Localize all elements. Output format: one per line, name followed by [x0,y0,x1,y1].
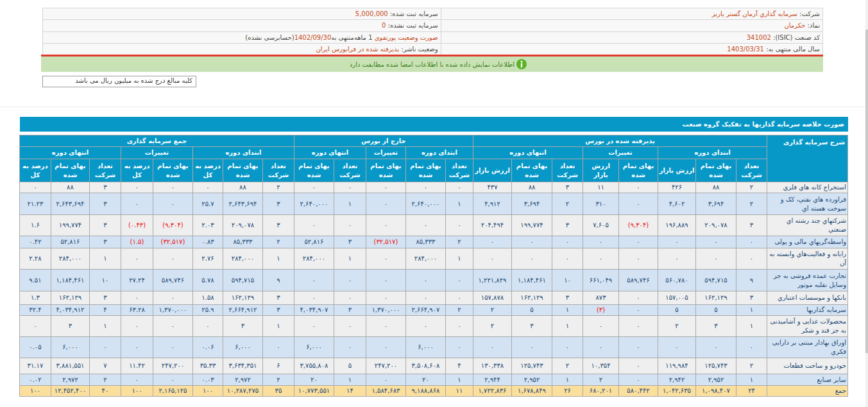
value-cell: ۳ [51,316,89,337]
value-cell: ۲۶ [552,386,583,397]
value-cell: ۰ [121,193,153,215]
col-period-header: ابتدای دوره [192,147,294,159]
value-cell: ۳,۶۹۴ [696,193,736,215]
industry-row: تجارت عمده فروشی به جز وسایل نقلیه موتور… [19,270,847,291]
value-cell: ۰ [405,215,445,236]
value-cell: ۰ [658,337,696,358]
value-cell: ۰ [89,337,121,358]
value-cell: ۰ [121,316,153,337]
row-label: محصولات غذایی و آشامیدنی به جز قند و شکر [767,316,848,337]
col-field-header: بهای تمام شده [512,159,552,182]
value-cell: (۳۲,۵۱۷) [366,236,405,248]
value-cell: ۵۶۰,۷۸۰ [658,270,696,291]
value-cell: ۸۸ [51,182,89,193]
value-cell: ۰ [619,374,658,386]
value-cell: ۱.۵۸ [192,291,223,305]
col-period-header: تغییرات [366,147,405,159]
value-cell: ۱۲۵,۷۴۳ [512,358,552,374]
value-cell: ۳ [89,215,121,236]
info-cell-right-1: نماد: خکرمان [441,20,822,32]
col-field-header: تعداد شرکت [262,159,294,182]
value-cell: ۰ [583,316,619,337]
value-cell: ۳,۷۵۵,۸۰۸ [294,358,334,374]
value-cell: ۰ [583,236,619,248]
value-cell: ۳,۸۸۱,۵۵۱ [51,358,89,374]
value-cell: ۵۲,۸۱۶ [51,236,89,248]
value-cell: ۳ [89,236,121,248]
value-cell: ۰ [405,316,445,337]
value-cell: ۱,۰۴۲,۶۳۵ [658,386,696,397]
info-value: صورت وضعیت پورتفوی [375,34,438,41]
value-cell: ۰ [121,337,153,358]
value-cell: ۱۲,۴۵۲,۴۰۰ [51,386,89,397]
value-cell: ۲۰ [405,374,445,386]
value-cell: ۱ [445,374,473,386]
value-cell: ۶,۰۰۰ [405,337,445,358]
value-cell: ۱ [552,316,583,337]
value-cell: ۳ [552,291,583,305]
value-cell: ۲ [445,305,473,316]
value-cell: ۱ [445,248,473,270]
col-field-header: بهای تمام شده [619,159,658,182]
col-field-header: ارزش بازار [583,159,619,182]
col-period-header: انتهای دوره [19,147,121,159]
col-field-header: درصد به کل [19,159,51,182]
value-cell: ۲ [262,236,294,248]
value-cell: ۰.۰۲ [19,374,51,386]
value-cell: ۰ [192,182,223,193]
col-field-header: بهای تمام شده [223,159,262,182]
page-scrollbar[interactable] [865,0,868,407]
value-cell: ۳ [552,215,583,236]
value-cell: ۵۲,۸۱۶ [294,236,334,248]
value-cell: ۲ [89,374,121,386]
value-cell: ۱ [89,316,121,337]
value-cell: ۰ [619,305,658,316]
scrollbar-thumb[interactable] [865,30,868,353]
value-cell: ۲ [552,193,583,215]
value-cell: ۰ [619,337,658,358]
value-cell: ۰ [294,215,334,236]
value-cell: ۱۹۹,۷۷۴ [51,215,89,236]
value-cell: ۲,۶۴۳,۶۹۴ [223,193,262,215]
value-cell: ۰ [619,236,658,248]
value-cell: ۳ [334,236,366,248]
industry-row: واسطه‌گریهاي مالی و پولی۰۰۰۰۰۰۰۰۲۸۵,۳۳۳(… [19,236,847,248]
info-value: خکرمان [784,22,805,29]
info-label: نماد: [805,22,820,29]
value-cell: ۳ [262,193,294,215]
row-label: رایانه و فعالیت‌هاي وابسته به آن [767,248,848,270]
value-cell: ۸۸ [512,182,552,193]
info-label: (حسابرسی نشده) [245,34,294,41]
value-cell: ۲۴۷,۲۰۰ [153,358,192,374]
col-group-header: جمع سرمایه گذاری [19,135,294,147]
value-cell: ۸۵,۳۳۳ [405,236,445,248]
value-cell: ۳,۶۳۴,۳۵۱ [223,358,262,374]
industry-row: سایر صنایع۱۲,۹۵۲۲,۹۴۲۰۲۱۲,۹۵۲۲,۹۴۴۱۲۰۰۱۲… [19,374,847,386]
value-cell: ۰ [366,215,405,236]
col-field-header: بهای تمام شده [366,159,405,182]
info-icon [516,59,527,69]
value-cell: ۲۸۴,۰۰۰ [223,248,262,270]
value-cell: ۲.۲۸ [19,248,51,270]
col-period-header: تغییرات [583,147,658,159]
value-cell: ۳ [552,182,583,193]
value-cell: ۰ [736,248,767,270]
value-cell: ۶۳.۲۸ [121,305,153,316]
value-cell: ۱۰,۳۵۴ [583,358,619,374]
col-field-header: بهای تمام شده [153,159,192,182]
value-cell: ۱,۰۹۸,۴۰۷ [696,386,736,397]
header-row-periods: ابتدای دورهتغییراتانتهای دورهابتدای دوره… [19,147,847,159]
value-cell: ۱۰۰ [192,386,223,397]
value-cell: ۳ [223,316,262,337]
row-label: سرمایه گذاریها [767,305,848,316]
value-cell: ۰ [153,248,192,270]
value-cell: ۰ [512,236,552,248]
value-cell: ۰ [19,316,51,337]
million-rial-note: کلیه مبالغ درج شده به میلیون ریال می باش… [42,76,196,87]
value-cell: ۰ [334,270,366,291]
value-cell: ۸۸ [223,182,262,193]
info-value: 5,000,000 [355,10,388,17]
value-cell: ۰ [192,316,223,337]
row-label: اوراق بهادار مبتنی بر دارایی فکري [767,337,848,358]
value-cell: ۱۱.۴۲ [121,358,153,374]
